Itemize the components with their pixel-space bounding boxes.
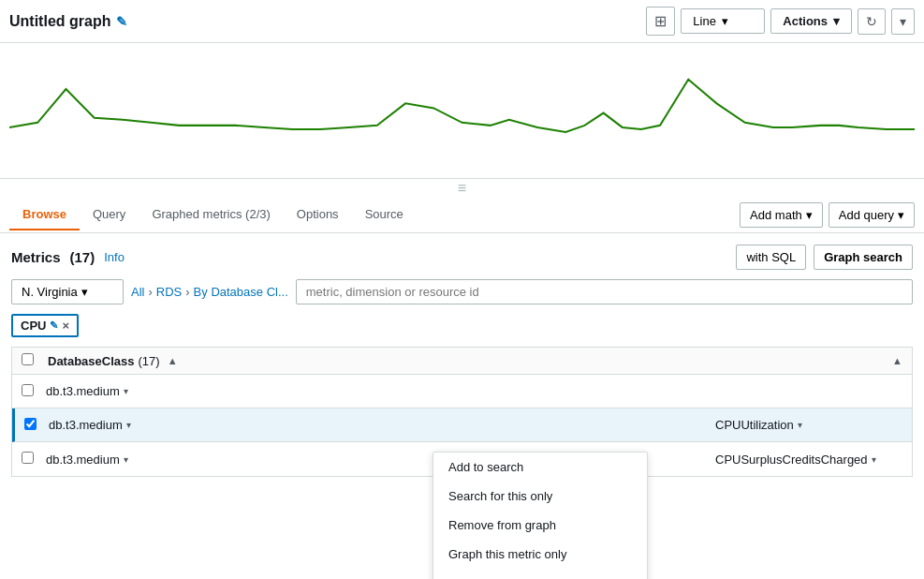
- header: Untitled graph ✎ ⊞ Line ▾ Actions ▾ ↻ ▾: [0, 0, 924, 43]
- group-count: (17): [139, 354, 160, 368]
- tab-source[interactable]: Source: [352, 200, 417, 230]
- region-chevron: ▾: [81, 285, 88, 299]
- metrics-title: Metrics: [11, 249, 61, 265]
- row3-checkbox-wrap: [22, 452, 46, 467]
- select-all-checkbox[interactable]: [22, 353, 34, 365]
- grid-view-button[interactable]: ⊞: [646, 7, 675, 36]
- info-link[interactable]: Info: [104, 250, 125, 264]
- edit-title-icon[interactable]: ✎: [116, 14, 127, 29]
- filter-chips: CPU ✎ ×: [11, 314, 913, 337]
- tab-query[interactable]: Query: [80, 200, 139, 230]
- row3-metric-chevron[interactable]: ▾: [872, 454, 876, 465]
- chip-label: CPU: [21, 319, 46, 333]
- context-menu: Add to search Search for this only Remov…: [433, 452, 648, 579]
- breadcrumb-sep2: ›: [185, 285, 189, 299]
- context-menu-search-for-this-only[interactable]: Search for this only: [433, 482, 647, 511]
- row2-resource: db.t3.medium: [49, 418, 123, 432]
- row3-metric-label: CPUSurplusCreditsCharged: [715, 453, 868, 467]
- actions-button[interactable]: Actions ▾: [770, 8, 852, 34]
- tab-options[interactable]: Options: [284, 200, 352, 230]
- add-query-chevron: ▾: [898, 208, 904, 222]
- graph-title-text: Untitled graph: [9, 13, 110, 30]
- refresh-button[interactable]: ↻: [858, 8, 886, 35]
- search-input-wrap: [296, 279, 913, 304]
- table-group-header: DatabaseClass (17) ▲ ▲: [11, 347, 913, 374]
- with-sql-button[interactable]: with SQL: [736, 245, 806, 270]
- sort-asc-icon[interactable]: ▲: [168, 355, 178, 366]
- chart-type-chevron: ▾: [722, 14, 728, 28]
- breadcrumb-all[interactable]: All: [131, 285, 144, 299]
- header-checkbox-area: [22, 353, 48, 368]
- row1-resource: db.t3.medium: [46, 384, 120, 398]
- breadcrumb-db[interactable]: By Database Cl...: [194, 285, 288, 299]
- region-dropdown[interactable]: N. Virginia ▾: [11, 279, 124, 304]
- add-query-button[interactable]: Add query ▾: [829, 202, 915, 228]
- row2-checkbox[interactable]: [24, 418, 37, 430]
- main-content: Metrics (17) Info with SQL Graph search …: [0, 233, 924, 477]
- chart-type-dropdown[interactable]: Line ▾: [681, 8, 765, 34]
- row2-metric-label: CPUUtilization: [715, 418, 794, 432]
- metrics-actions: with SQL Graph search: [736, 245, 913, 270]
- chart-type-label: Line: [693, 14, 716, 28]
- chip-close-icon[interactable]: ×: [62, 319, 69, 333]
- line-chart: [9, 51, 915, 171]
- sort-right-icon[interactable]: ▲: [892, 355, 902, 366]
- tab-browse[interactable]: Browse: [9, 200, 80, 230]
- graph-title-area: Untitled graph ✎: [9, 13, 638, 30]
- context-menu-add-to-search[interactable]: Add to search: [433, 453, 647, 482]
- drag-handle[interactable]: ≡: [0, 179, 924, 198]
- breadcrumb-sep1: ›: [148, 285, 152, 299]
- group-name: DatabaseClass: [48, 354, 135, 368]
- actions-label: Actions: [783, 14, 828, 28]
- row3-resource: db.t3.medium: [46, 453, 120, 467]
- table-row: db.t3.medium ▾: [12, 375, 912, 408]
- breadcrumb-rds[interactable]: RDS: [156, 285, 182, 299]
- row2-metric-chevron[interactable]: ▾: [798, 420, 802, 430]
- metrics-header: Metrics (17) Info with SQL Graph search: [11, 245, 913, 270]
- cpu-chip: CPU ✎ ×: [11, 314, 79, 337]
- add-math-button[interactable]: Add math ▾: [740, 202, 823, 228]
- tab-graphed-metrics[interactable]: Graphed metrics (2/3): [139, 200, 283, 230]
- more-options-button[interactable]: ▾: [891, 8, 915, 35]
- row3-resource-chevron[interactable]: ▾: [124, 454, 128, 465]
- row1-main: db.t3.medium ▾: [46, 384, 902, 398]
- header-controls: ⊞ Line ▾ Actions ▾ ↻ ▾: [646, 7, 915, 36]
- graph-search-button[interactable]: Graph search: [814, 245, 913, 270]
- row3-checkbox[interactable]: [22, 452, 34, 464]
- row2-main: db.t3.medium ▾: [49, 418, 715, 432]
- tabs-bar: Browse Query Graphed metrics (2/3) Optio…: [0, 198, 924, 233]
- row1-resource-chevron[interactable]: ▾: [124, 386, 128, 396]
- row2-checkbox-wrap: [24, 418, 49, 433]
- search-input[interactable]: [296, 279, 913, 304]
- add-math-chevron: ▾: [806, 208, 813, 222]
- row3-metric: CPUSurplusCreditsCharged ▾: [715, 453, 902, 467]
- row1-checkbox[interactable]: [22, 384, 34, 396]
- table-row: db.t3.medium ▾ CPUUtilization ▾: [12, 408, 912, 442]
- row2-metric: CPUUtilization ▾: [715, 418, 902, 432]
- chart-area: [0, 43, 924, 179]
- region-label: N. Virginia: [22, 285, 78, 299]
- metrics-count: (17): [70, 249, 95, 265]
- row2-resource-chevron[interactable]: ▾: [126, 420, 131, 430]
- row1-checkbox-wrap: [22, 384, 46, 399]
- actions-chevron: ▾: [833, 14, 840, 28]
- context-menu-graph-all-search-results[interactable]: Graph all search results: [433, 569, 647, 579]
- context-menu-remove-from-graph[interactable]: Remove from graph: [433, 511, 647, 540]
- chip-edit-icon[interactable]: ✎: [50, 319, 58, 332]
- breadcrumb: All › RDS › By Database Cl...: [131, 285, 288, 299]
- search-row: N. Virginia ▾ All › RDS › By Database Cl…: [11, 279, 913, 304]
- context-menu-graph-this-metric-only[interactable]: Graph this metric only: [433, 540, 647, 569]
